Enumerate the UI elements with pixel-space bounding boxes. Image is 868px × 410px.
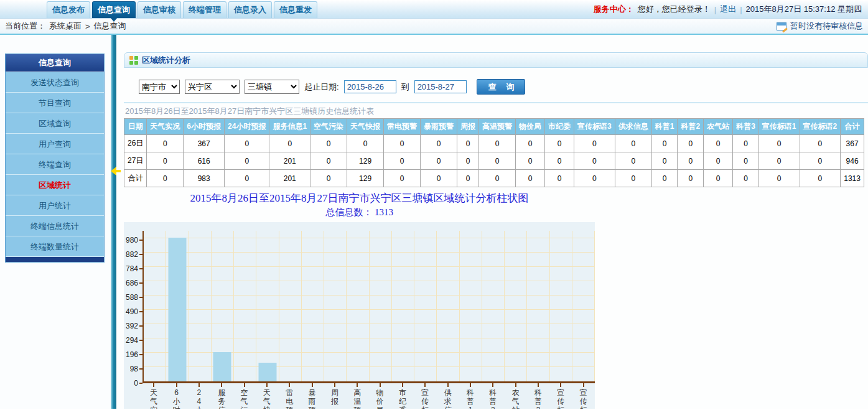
table-row: 27日06160201012900000000000000946 [124,152,864,170]
table-cell: 0 [457,170,479,187]
sidebar-item[interactable]: 终端查询 [6,154,104,174]
breadcrumb-separator: > [85,22,90,31]
x-axis-label: 服务信息1 [210,383,233,409]
table-header-cell: 雷电预警 [384,119,421,135]
y-tick-label: 784 [126,264,138,273]
nav-tab[interactable]: 信息重发 [274,1,317,18]
x-axis-label: 科普3 [527,383,549,409]
town-select[interactable]: 三塘镇 [245,80,299,94]
x-tick-mark [583,383,584,387]
collapse-arrow-icon[interactable] [106,167,116,175]
breadcrumb-current[interactable]: 信息查询 [94,21,126,32]
table-cell: 0 [147,135,184,152]
table-cell: 0 [384,170,421,187]
table-header-cell: 市纪委 [545,119,574,135]
table-cell: 0 [733,135,759,152]
table-cell: 0 [704,170,733,187]
city-select[interactable]: 南宁市 [139,80,180,94]
to-label: 到 [401,82,409,93]
table-cell: 0 [758,170,800,187]
table-cell: 0 [615,135,651,152]
y-tick-label: 882 [126,250,138,259]
nav-tab[interactable]: 信息查询 [92,1,136,18]
x-tick-mark [492,383,493,387]
table-cell: 0 [147,170,184,187]
chart-slot [482,231,505,381]
y-tick-label: 686 [126,279,138,287]
chart-titles: 2015年8月26日至2015年8月27日南宁市兴宁区三塘镇区域统计分析柱状图 … [124,191,595,218]
table-cell: 0 [310,152,347,170]
table-header-cell: 日期 [124,119,147,135]
nav-tab[interactable]: 信息发布 [47,1,90,18]
panel-header: 区域统计分析 [124,52,868,68]
table-cell: 27日 [124,152,147,170]
date-from-input[interactable] [344,80,396,93]
table-cell: 0 [384,135,421,152]
table-cell: 0 [225,152,269,170]
x-axis-label: 天气快报 [256,383,278,409]
table-cell: 0 [545,135,574,152]
top-navigation: 信息发布信息查询信息审核终端管理信息录入信息重发 服务中心： 您好，您已经登录！… [0,0,868,19]
sidebar-item[interactable]: 用户查询 [6,133,104,154]
x-axis-label: 6小时预报 [165,383,187,409]
table-cell: 0 [704,135,733,152]
x-tick-mark [402,383,403,387]
chart-slot [166,231,189,381]
table-cell: 1313 [841,170,864,187]
table-header-cell: 暴雨预警 [421,119,457,135]
sidebar: 信息查询 发送状态查询节目查询区域查询用户查询终端查询区域统计用户统计终端信息统… [0,35,111,409]
sidebar-item[interactable]: 区域查询 [6,113,104,133]
table-cell: 0 [147,152,184,170]
table-cell: 0 [733,170,759,187]
table-header-cell: 周报 [457,119,479,135]
date-to-input[interactable] [414,80,467,93]
table-row: 合计098302010129000000000000001313 [124,170,864,187]
chart-slot [572,231,595,381]
table-cell: 0 [479,170,516,187]
chart-plot-area [142,231,595,383]
chart-subtitle: 总信息数： 1313 [124,207,595,218]
sidebar-item[interactable]: 终端信息统计 [6,215,104,236]
table-header-cell: 科普2 [678,119,704,135]
y-tick-label: 980 [126,236,138,245]
table-cell: 0 [574,170,615,187]
table-header-cell: 科普3 [733,119,759,135]
y-tick-label: 196 [126,350,138,359]
table-header-cell: 空气污染 [310,119,347,135]
breadcrumb-home[interactable]: 系统桌面 [49,21,82,32]
chart-slot [347,231,369,381]
sidebar-item[interactable]: 区域统计 [6,174,104,195]
logout-link[interactable]: 退出 [720,4,736,15]
table-cell: 0 [545,170,574,187]
x-axis-label: 高温预警 [346,383,368,409]
y-tick-label: 0 [134,379,138,388]
table-cell: 0 [479,152,516,170]
nav-tab[interactable]: 信息录入 [228,1,272,18]
panel-title: 区域统计分析 [142,55,190,66]
chart-slot [527,231,549,381]
table-cell: 0 [651,170,678,187]
y-tick-label: 588 [126,293,138,302]
x-tick-mark [198,383,200,387]
query-form: 南宁市 兴宁区 三塘镇 起止日期: 到 查 询 [124,68,868,101]
district-select[interactable]: 兴宁区 [185,80,240,94]
table-cell: 0 [421,170,457,187]
sidebar-item[interactable]: 终端数量统计 [6,236,104,256]
sidebar-item[interactable]: 用户统计 [6,195,104,215]
chart-slot [212,231,234,381]
x-tick-mark [312,383,313,387]
table-cell: 0 [457,135,479,152]
query-button[interactable]: 查 询 [477,79,525,95]
audit-notice-area: 暂时没有待审核信息 [777,21,863,32]
stats-table: 日期天气实况6小时预报24小时预报服务信息1空气污染天气快报雷电预警暴雨预警周报… [124,118,864,187]
chart-slot [437,231,459,381]
table-cell: 367 [841,135,864,152]
top-right-info: 服务中心： 您好，您已经登录！ | 退出 | 2015年8月27日 15:37:… [594,0,862,19]
x-tick-mark [153,383,154,387]
x-tick-mark [244,383,245,387]
nav-tab[interactable]: 终端管理 [183,1,226,18]
sidebar-item[interactable]: 节目查询 [6,92,104,113]
nav-tab[interactable]: 信息审核 [138,1,181,18]
sidebar-splitter[interactable] [111,35,116,409]
sidebar-item[interactable]: 发送状态查询 [6,72,104,92]
